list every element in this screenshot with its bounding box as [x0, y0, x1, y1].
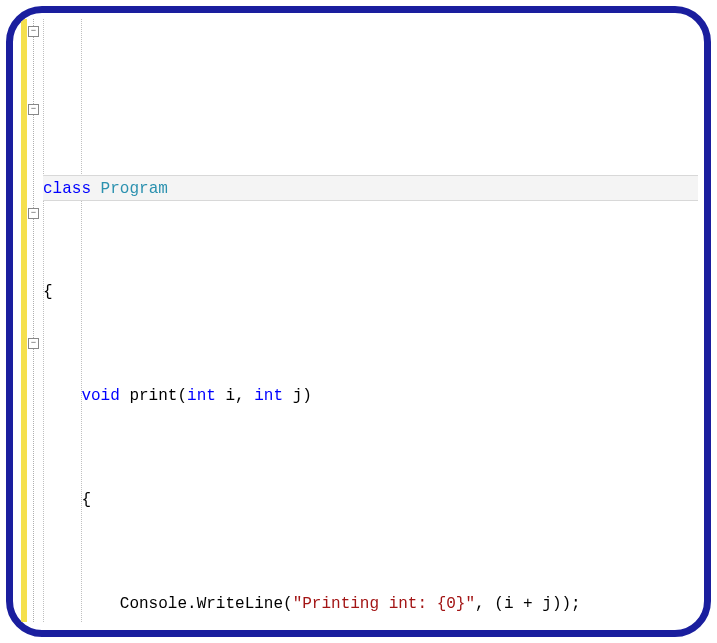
- fold-toggle-print1[interactable]: −: [28, 104, 39, 115]
- indent: [43, 387, 81, 405]
- code-line[interactable]: Console.WriteLine("Printing int: {0}", (…: [43, 591, 698, 617]
- indent: [43, 491, 81, 509]
- keyword-int: int: [187, 387, 216, 405]
- param: i,: [216, 387, 254, 405]
- outlining-margin: − − − −: [27, 19, 41, 622]
- param: j): [283, 387, 312, 405]
- code-line[interactable]: {: [43, 279, 698, 305]
- indent-guide: [43, 19, 44, 622]
- fold-toggle-main[interactable]: −: [28, 338, 39, 349]
- string-literal: "Printing int: {0}": [293, 595, 475, 613]
- keyword-int: int: [254, 387, 283, 405]
- keyword-void: void: [81, 387, 119, 405]
- code-editor[interactable]: − − − − class Program { void print(int i…: [21, 19, 698, 622]
- indent-guide: [81, 19, 82, 622]
- fold-toggle-print2[interactable]: −: [28, 208, 39, 219]
- type-program: Program: [91, 180, 168, 198]
- code-line[interactable]: class Program: [43, 175, 698, 201]
- fold-toggle-class[interactable]: −: [28, 26, 39, 37]
- keyword-class: class: [43, 180, 91, 198]
- method-name: print(: [120, 387, 187, 405]
- code-area[interactable]: class Program { void print(int i, int j)…: [41, 19, 698, 622]
- indent: [43, 595, 120, 613]
- call: Console.WriteLine(: [120, 595, 293, 613]
- code-line[interactable]: void print(int i, int j): [43, 383, 698, 409]
- brace: {: [81, 491, 91, 509]
- brace: {: [43, 283, 53, 301]
- code-line[interactable]: {: [43, 487, 698, 513]
- editor-frame: − − − − class Program { void print(int i…: [6, 6, 711, 637]
- call-tail: , (i + j));: [475, 595, 581, 613]
